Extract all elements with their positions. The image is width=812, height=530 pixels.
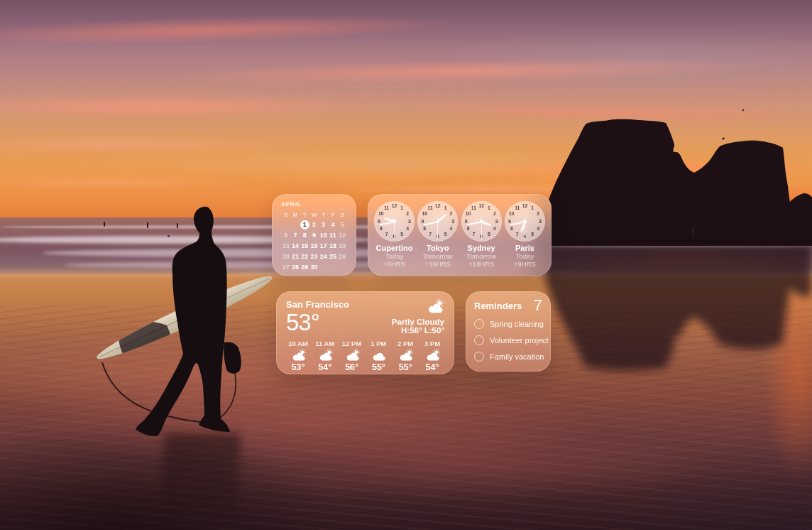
reminder-label: Family vacation	[490, 352, 544, 361]
clock-day-label: Tomorrow	[417, 252, 459, 260]
weather-hour-temp: 54°	[313, 362, 337, 372]
reminder-checkbox[interactable]	[474, 352, 484, 362]
calendar-day: 19	[338, 242, 347, 251]
clock-face: 123456789101112	[461, 201, 502, 242]
calendar-weekday-row: SMTWTFS	[281, 212, 347, 218]
calendar-day-empty	[281, 220, 290, 229]
calendar-weekday: S	[338, 212, 347, 218]
calendar-day: 17	[319, 242, 328, 251]
weather-hour-time: 3 PM	[420, 340, 444, 347]
reminder-label: Volunteer project	[490, 336, 549, 345]
calendar-day: 29	[300, 263, 309, 272]
calendar-day-empty	[328, 263, 337, 272]
reminders-count-badge: 7	[534, 297, 542, 314]
clock-offset-label: +9HRS	[504, 260, 546, 268]
weather-city: San Francisco	[286, 299, 349, 310]
calendar-day: 26	[338, 252, 347, 261]
weather-hour-time: 2 PM	[393, 340, 417, 347]
calendar-day: 12	[338, 231, 347, 240]
partly-cloudy-icon	[313, 349, 337, 362]
reminders-title: Reminders	[474, 301, 522, 311]
clock-city-label: Paris	[504, 244, 546, 252]
calendar-day: 14	[290, 242, 300, 251]
weather-hour-time: 1 PM	[366, 340, 390, 347]
weather-hour-column: 11 AM54°	[313, 340, 337, 372]
partly-cloudy-icon	[393, 349, 417, 362]
calendar-day: 4	[328, 220, 337, 229]
reminder-item[interactable]: Family vacation	[474, 352, 542, 362]
clock-numeral: 3	[405, 218, 414, 225]
weather-hour-time: 10 AM	[286, 340, 310, 347]
clock-city-label: Sydney	[461, 244, 503, 252]
weather-header: San Francisco 53° Partly Cloudy H:56° L:…	[286, 299, 444, 335]
clock-cupertino[interactable]: 123456789101112CupertinoToday+0HRS	[373, 201, 415, 270]
clock-sydney[interactable]: 123456789101112SydneyTomorrow+18HRS	[461, 201, 503, 270]
surfer-reflection	[159, 433, 241, 530]
weather-condition: Partly Cloudy	[392, 318, 444, 326]
reminders-list: Spring cleaningVolunteer projectFamily v…	[474, 315, 542, 364]
clock-numeral: 8	[377, 225, 385, 232]
world-clock-widget[interactable]: 123456789101112CupertinoToday+0HRS123456…	[368, 194, 552, 276]
weather-current-temp: 53°	[286, 310, 349, 335]
calendar-day: 22	[300, 252, 309, 261]
weather-hour-column: 1 PM55°	[366, 340, 390, 372]
calendar-day-selected: 1	[300, 220, 309, 229]
weather-widget[interactable]: San Francisco 53° Partly Cloudy H:56° L:…	[276, 291, 454, 374]
calendar-day: 27	[281, 263, 290, 272]
calendar-day: 16	[309, 242, 319, 251]
partly-cloudy-icon	[286, 349, 310, 362]
weather-hour-temp: 55°	[366, 362, 390, 372]
clock-numeral: 3	[536, 218, 544, 225]
calendar-weekday: T	[300, 212, 309, 218]
clock-day-label: Tomorrow	[461, 252, 503, 260]
calendar-day: 25	[328, 252, 337, 261]
weather-hour-temp: 53°	[286, 362, 310, 372]
calendar-day-empty	[319, 263, 328, 272]
calendar-day: 23	[309, 252, 319, 261]
hand-bag	[224, 342, 241, 373]
clock-numeral: 5	[485, 231, 493, 238]
weather-right: Partly Cloudy H:56° L:50°	[392, 299, 444, 335]
calendar-day: 21	[290, 252, 300, 261]
calendar-day: 15	[300, 242, 309, 251]
clock-numeral: 8	[420, 225, 429, 232]
clock-numeral: 5	[528, 231, 537, 238]
partly-cloudy-icon	[425, 299, 444, 316]
clock-numeral: 12	[520, 202, 529, 210]
clock-day-label: Today	[373, 252, 415, 260]
surfer-body	[136, 207, 230, 436]
clock-paris[interactable]: 123456789101112ParisToday+9HRS	[504, 201, 546, 270]
calendar-day-empty	[338, 263, 347, 272]
calendar-day: 11	[328, 231, 337, 240]
calendar-day: 10	[319, 231, 328, 240]
calendar-day-empty	[290, 220, 300, 229]
calendar-weekday: W	[309, 212, 319, 218]
cloudy-icon	[366, 349, 390, 362]
weather-hour-column: 3 PM54°	[420, 340, 444, 372]
reminders-header: Reminders 7	[474, 297, 542, 314]
calendar-day: 3	[319, 220, 328, 229]
reminder-checkbox[interactable]	[474, 319, 484, 329]
clock-numeral: 2	[446, 210, 455, 217]
weather-hour-column: 2 PM55°	[393, 340, 417, 372]
weather-hour-time: 11 AM	[313, 340, 337, 347]
clock-face: 123456789101112	[505, 201, 545, 242]
calendar-day: 24	[319, 252, 328, 261]
reminder-item[interactable]: Volunteer project	[474, 335, 542, 345]
partly-cloudy-icon	[420, 349, 444, 362]
calendar-widget[interactable]: APRIL SMTWTFS 12345678910111213141516171…	[272, 194, 356, 276]
clock-city-label: Tokyo	[417, 244, 459, 252]
leash-strap	[216, 372, 236, 421]
clock-offset-label: +0HRS	[373, 260, 415, 268]
clock-numeral: 12	[390, 202, 399, 210]
clock-face: 123456789101112	[374, 201, 415, 242]
clock-row: 123456789101112CupertinoToday+0HRS123456…	[373, 201, 546, 270]
calendar-weekday: M	[290, 212, 300, 218]
calendar-day: 6	[281, 231, 290, 240]
clock-tokyo[interactable]: 123456789101112TokyoTomorrow+16HRS	[417, 201, 459, 270]
reminders-widget[interactable]: Reminders 7 Spring cleaningVolunteer pro…	[466, 291, 551, 372]
reminder-item[interactable]: Spring cleaning	[474, 319, 542, 329]
calendar-day: 20	[281, 252, 290, 261]
reminder-checkbox[interactable]	[474, 335, 484, 345]
weather-hourly-row: 10 AM53°11 AM54°12 PM56°1 PM55°2 PM55°3 …	[286, 340, 444, 372]
